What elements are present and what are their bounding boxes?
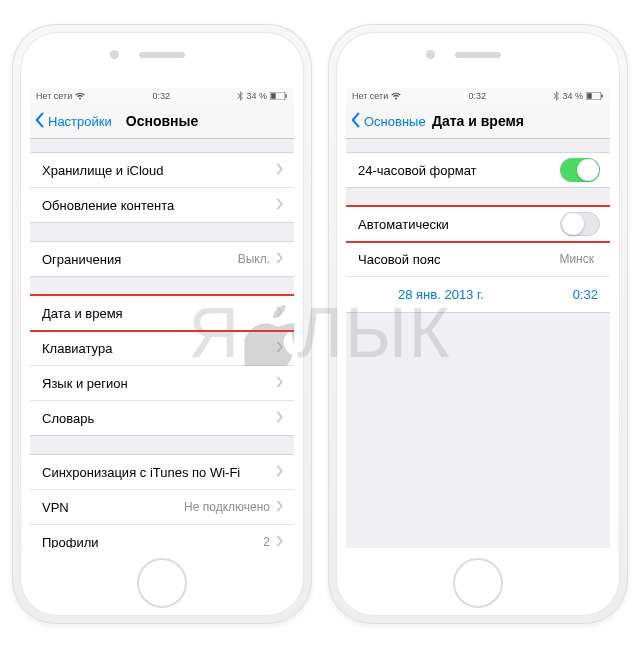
row-label: Язык и регион [42, 376, 276, 391]
row-label: Профили [42, 535, 263, 549]
phone-left: Нет сети 0:32 34 % Настройки Основные Хр… [12, 24, 312, 624]
speaker [455, 52, 501, 58]
group-24h: 24-часовой формат [346, 152, 610, 188]
svg-rect-2 [285, 95, 286, 98]
status-bar: Нет сети 0:32 34 % [346, 88, 610, 104]
status-time: 0:32 [153, 91, 171, 101]
chevron-right-icon [276, 411, 284, 426]
row-value: 2 [263, 535, 270, 548]
carrier-text: Нет сети [352, 91, 388, 101]
status-bar: Нет сети 0:32 34 % [30, 88, 294, 104]
chevron-right-icon [276, 465, 284, 480]
row-label: 24-часовой формат [358, 163, 560, 178]
row-timezone[interactable]: Часовой пояс Минск [346, 241, 610, 276]
chevron-left-icon [350, 112, 362, 131]
row-label: VPN [42, 500, 184, 515]
chevron-right-icon [276, 500, 284, 515]
toggle-24h[interactable] [560, 158, 600, 182]
chevron-right-icon [276, 306, 284, 321]
row-itunes-wifi-sync[interactable]: Синхронизация с iTunes по Wi-Fi [30, 455, 294, 489]
toggle-knob [562, 213, 584, 235]
datetime-settings: 24-часовой формат Автоматически Часовой … [346, 138, 610, 548]
row-24h-format[interactable]: 24-часовой формат [346, 153, 610, 187]
time-value: 0:32 [573, 287, 598, 302]
row-auto[interactable]: Автоматически [346, 207, 610, 241]
row-label: Обновление контента [42, 198, 276, 213]
chevron-right-icon [276, 341, 284, 356]
svg-rect-4 [587, 93, 592, 99]
battery-icon [586, 92, 604, 100]
bluetooth-icon [553, 91, 559, 101]
back-button[interactable]: Настройки [30, 112, 112, 131]
row-label: Дата и время [42, 306, 276, 321]
date-value: 28 янв. 2013 г. [398, 287, 484, 302]
row-value: Не подключено [184, 500, 270, 514]
row-storage-icloud[interactable]: Хранилище и iCloud [30, 153, 294, 187]
row-label: Ограничения [42, 252, 238, 267]
battery-icon [270, 92, 288, 100]
status-time: 0:32 [469, 91, 487, 101]
back-label: Основные [364, 114, 426, 129]
home-button[interactable] [453, 558, 503, 608]
home-button[interactable] [137, 558, 187, 608]
wifi-icon [391, 92, 401, 100]
row-label: Часовой пояс [358, 252, 559, 267]
settings-list: Хранилище и iCloud Обновление контента О… [30, 138, 294, 548]
row-content-refresh[interactable]: Обновление контента [30, 187, 294, 222]
group-auto: Автоматически Часовой пояс Минск 28 янв.… [346, 206, 610, 313]
group-restrictions: Ограничения Выкл. [30, 241, 294, 277]
row-label: Автоматически [358, 217, 560, 232]
group-sync: Синхронизация с iTunes по Wi-Fi VPN Не п… [30, 454, 294, 548]
row-label: Синхронизация с iTunes по Wi-Fi [42, 465, 276, 480]
row-vpn[interactable]: VPN Не подключено [30, 489, 294, 524]
row-date-time[interactable]: Дата и время [30, 296, 294, 330]
toggle-knob [577, 159, 599, 181]
phone-right: Нет сети 0:32 34 % Основные Дата и время… [328, 24, 628, 624]
group-datetime: Дата и время Клавиатура Язык и регион Сл… [30, 295, 294, 436]
back-label: Настройки [48, 114, 112, 129]
bluetooth-icon [237, 91, 243, 101]
screen-left: Нет сети 0:32 34 % Настройки Основные Хр… [30, 88, 294, 548]
row-value: Минск [559, 252, 594, 266]
front-camera [426, 50, 435, 59]
carrier-text: Нет сети [36, 91, 72, 101]
battery-text: 34 % [246, 91, 267, 101]
battery-text: 34 % [562, 91, 583, 101]
screen-right: Нет сети 0:32 34 % Основные Дата и время… [346, 88, 610, 548]
row-label: Словарь [42, 411, 276, 426]
chevron-right-icon [276, 163, 284, 178]
row-dictionary[interactable]: Словарь [30, 400, 294, 435]
svg-rect-5 [601, 95, 602, 98]
back-button[interactable]: Основные [346, 112, 426, 131]
row-label: Хранилище и iCloud [42, 163, 276, 178]
chevron-right-icon [276, 535, 284, 549]
chevron-right-icon [276, 376, 284, 391]
row-label: Клавиатура [42, 341, 276, 356]
svg-rect-1 [271, 93, 276, 99]
row-datetime-value[interactable]: 28 янв. 2013 г. 0:32 [346, 276, 610, 312]
row-language-region[interactable]: Язык и регион [30, 365, 294, 400]
nav-bar: Основные Дата и время [346, 104, 610, 139]
toggle-auto[interactable] [560, 212, 600, 236]
nav-bar: Настройки Основные [30, 104, 294, 139]
group-storage: Хранилище и iCloud Обновление контента [30, 152, 294, 223]
chevron-right-icon [276, 252, 284, 267]
row-restrictions[interactable]: Ограничения Выкл. [30, 242, 294, 276]
wifi-icon [75, 92, 85, 100]
chevron-right-icon [276, 198, 284, 213]
row-keyboard[interactable]: Клавиатура [30, 330, 294, 365]
front-camera [110, 50, 119, 59]
speaker [139, 52, 185, 58]
chevron-left-icon [34, 112, 46, 131]
row-value: Выкл. [238, 252, 270, 266]
row-profiles[interactable]: Профили 2 [30, 524, 294, 548]
